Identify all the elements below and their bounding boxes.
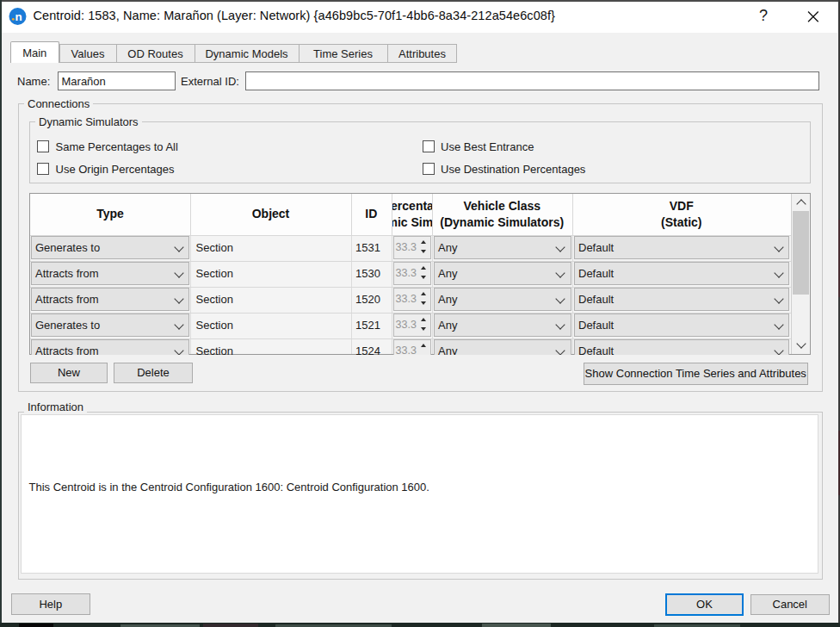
svg-text:n: n [15, 10, 22, 23]
